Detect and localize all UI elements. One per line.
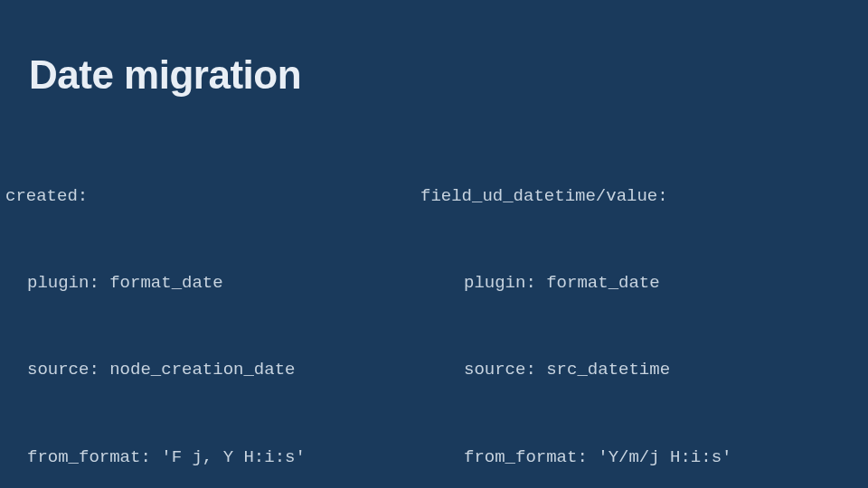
code-line: from_format: 'F j, Y H:i:s'	[5, 447, 420, 468]
code-block-left: created: plugin: format_date source: nod…	[0, 145, 420, 488]
code-columns: created: plugin: format_date source: nod…	[0, 98, 868, 488]
code-block-right: field_ud_datetime/value: plugin: format_…	[420, 145, 794, 488]
code-header-left: created:	[5, 186, 420, 207]
code-line: from_format: 'Y/m/j H:i:s'	[420, 447, 794, 468]
code-line: source: node_creation_date	[5, 360, 420, 380]
code-header-right: field_ud_datetime/value:	[420, 186, 794, 207]
slide-title: Date migration	[0, 0, 868, 98]
code-line: plugin: format_date	[5, 273, 420, 294]
code-line: plugin: format_date	[420, 273, 794, 294]
slide: Date migration created: plugin: format_d…	[0, 0, 868, 488]
code-line: source: src_datetime	[420, 360, 794, 380]
